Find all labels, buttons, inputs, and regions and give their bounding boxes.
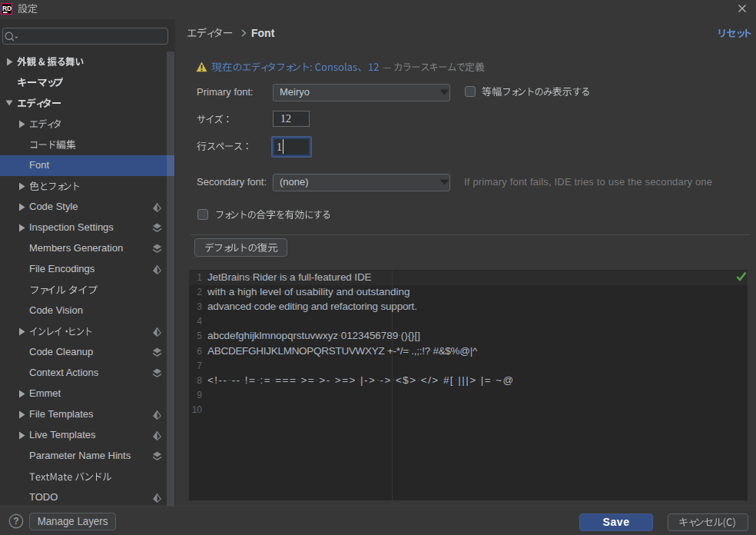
svg-text:?: ? <box>13 516 18 527</box>
svg-text:RD: RD <box>2 5 12 12</box>
